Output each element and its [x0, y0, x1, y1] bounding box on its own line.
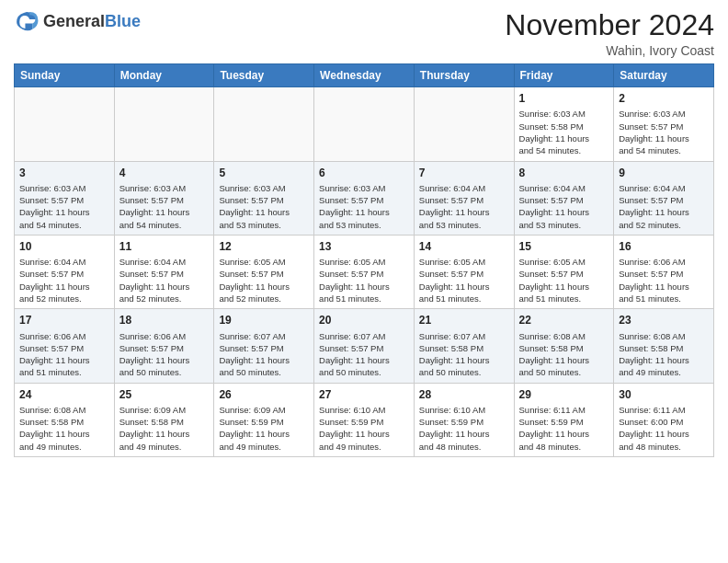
calendar-cell: 11Sunrise: 6:04 AM Sunset: 5:57 PM Dayli… [114, 235, 214, 308]
calendar-cell: 8Sunrise: 6:04 AM Sunset: 5:57 PM Daylig… [514, 161, 614, 235]
calendar-cell: 26Sunrise: 6:09 AM Sunset: 5:59 PM Dayli… [214, 383, 314, 456]
day-info: Sunrise: 6:10 AM Sunset: 5:59 PM Dayligh… [419, 404, 509, 453]
day-number: 19 [219, 313, 309, 327]
day-number: 18 [119, 313, 210, 327]
day-number: 21 [419, 313, 509, 327]
day-number: 9 [619, 166, 709, 180]
calendar-cell: 24Sunrise: 6:08 AM Sunset: 5:58 PM Dayli… [15, 383, 115, 456]
day-number: 30 [619, 387, 709, 402]
day-number: 6 [319, 166, 409, 180]
day-number: 17 [19, 313, 109, 327]
page: GeneralBlue November 2024 Wahin, Ivory C… [0, 0, 728, 471]
calendar-cell: 10Sunrise: 6:04 AM Sunset: 5:57 PM Dayli… [15, 235, 115, 308]
day-info: Sunrise: 6:04 AM Sunset: 5:57 PM Dayligh… [19, 256, 109, 304]
day-number: 11 [119, 239, 210, 254]
calendar-cell: 3Sunrise: 6:03 AM Sunset: 5:57 PM Daylig… [15, 161, 115, 235]
day-info: Sunrise: 6:04 AM Sunset: 5:57 PM Dayligh… [619, 182, 709, 231]
calendar-cell: 1Sunrise: 6:03 AM Sunset: 5:58 PM Daylig… [514, 87, 614, 161]
day-info: Sunrise: 6:05 AM Sunset: 5:57 PM Dayligh… [219, 256, 309, 304]
calendar-cell: 28Sunrise: 6:10 AM Sunset: 5:59 PM Dayli… [414, 383, 514, 456]
day-number: 14 [419, 239, 509, 254]
day-number: 26 [219, 387, 309, 402]
day-info: Sunrise: 6:06 AM Sunset: 5:57 PM Dayligh… [19, 330, 109, 379]
calendar-row-1: 1Sunrise: 6:03 AM Sunset: 5:58 PM Daylig… [15, 87, 714, 161]
day-info: Sunrise: 6:10 AM Sunset: 5:59 PM Dayligh… [319, 404, 409, 453]
day-number: 15 [519, 239, 609, 254]
header-monday: Monday [114, 64, 214, 87]
day-number: 1 [519, 91, 609, 106]
header: GeneralBlue November 2024 Wahin, Ivory C… [14, 9, 714, 58]
calendar-cell: 16Sunrise: 6:06 AM Sunset: 5:57 PM Dayli… [614, 235, 714, 308]
day-info: Sunrise: 6:08 AM Sunset: 5:58 PM Dayligh… [519, 330, 609, 379]
header-tuesday: Tuesday [214, 64, 314, 87]
day-number: 16 [619, 239, 709, 254]
calendar-cell [414, 87, 514, 161]
day-info: Sunrise: 6:03 AM Sunset: 5:57 PM Dayligh… [219, 182, 309, 231]
logo-blue: Blue [105, 12, 141, 30]
calendar-cell: 25Sunrise: 6:09 AM Sunset: 5:58 PM Dayli… [114, 383, 214, 456]
calendar-cell: 27Sunrise: 6:10 AM Sunset: 5:59 PM Dayli… [314, 383, 415, 456]
calendar-cell: 4Sunrise: 6:03 AM Sunset: 5:57 PM Daylig… [114, 161, 214, 235]
header-saturday: Saturday [614, 64, 714, 87]
day-info: Sunrise: 6:11 AM Sunset: 5:59 PM Dayligh… [519, 404, 609, 453]
day-info: Sunrise: 6:11 AM Sunset: 6:00 PM Dayligh… [619, 404, 709, 453]
day-info: Sunrise: 6:09 AM Sunset: 5:58 PM Dayligh… [119, 404, 210, 453]
day-number: 7 [419, 166, 509, 180]
day-info: Sunrise: 6:03 AM Sunset: 5:57 PM Dayligh… [119, 182, 210, 231]
day-info: Sunrise: 6:03 AM Sunset: 5:57 PM Dayligh… [19, 182, 109, 231]
day-number: 20 [319, 313, 409, 327]
day-number: 12 [219, 239, 309, 254]
day-info: Sunrise: 6:06 AM Sunset: 5:57 PM Dayligh… [119, 330, 210, 379]
header-friday: Friday [514, 64, 614, 87]
calendar-cell: 15Sunrise: 6:05 AM Sunset: 5:57 PM Dayli… [514, 235, 614, 308]
day-number: 27 [319, 387, 409, 402]
calendar-cell: 12Sunrise: 6:05 AM Sunset: 5:57 PM Dayli… [214, 235, 314, 308]
calendar-cell: 29Sunrise: 6:11 AM Sunset: 5:59 PM Dayli… [514, 383, 614, 456]
calendar-cell: 23Sunrise: 6:08 AM Sunset: 5:58 PM Dayli… [614, 309, 714, 383]
day-number: 3 [19, 166, 109, 180]
month-title: November 2024 [505, 9, 714, 41]
day-info: Sunrise: 6:07 AM Sunset: 5:57 PM Dayligh… [219, 330, 309, 379]
day-info: Sunrise: 6:08 AM Sunset: 5:58 PM Dayligh… [19, 404, 109, 453]
day-number: 8 [519, 166, 609, 180]
logo-text: GeneralBlue [43, 13, 141, 31]
day-number: 2 [619, 91, 709, 106]
day-info: Sunrise: 6:03 AM Sunset: 5:58 PM Dayligh… [519, 108, 609, 156]
day-number: 4 [119, 166, 210, 180]
day-info: Sunrise: 6:05 AM Sunset: 5:57 PM Dayligh… [519, 256, 609, 304]
calendar-row-4: 17Sunrise: 6:06 AM Sunset: 5:57 PM Dayli… [15, 309, 714, 383]
calendar-cell: 9Sunrise: 6:04 AM Sunset: 5:57 PM Daylig… [614, 161, 714, 235]
location: Wahin, Ivory Coast [505, 43, 714, 58]
day-info: Sunrise: 6:08 AM Sunset: 5:58 PM Dayligh… [619, 330, 709, 379]
calendar-row-5: 24Sunrise: 6:08 AM Sunset: 5:58 PM Dayli… [15, 383, 714, 456]
day-info: Sunrise: 6:07 AM Sunset: 5:58 PM Dayligh… [419, 330, 509, 379]
day-number: 22 [519, 313, 609, 327]
day-number: 10 [19, 239, 109, 254]
day-number: 29 [519, 387, 609, 402]
calendar-cell: 30Sunrise: 6:11 AM Sunset: 6:00 PM Dayli… [614, 383, 714, 456]
day-number: 5 [219, 166, 309, 180]
calendar-cell [114, 87, 214, 161]
calendar-cell [15, 87, 115, 161]
header-wednesday: Wednesday [314, 64, 415, 87]
calendar-cell: 21Sunrise: 6:07 AM Sunset: 5:58 PM Dayli… [414, 309, 514, 383]
day-info: Sunrise: 6:05 AM Sunset: 5:57 PM Dayligh… [419, 256, 509, 304]
logo: GeneralBlue [14, 9, 141, 35]
logo-general: General [43, 12, 105, 30]
calendar-cell: 5Sunrise: 6:03 AM Sunset: 5:57 PM Daylig… [214, 161, 314, 235]
calendar-cell [314, 87, 415, 161]
calendar-cell: 6Sunrise: 6:03 AM Sunset: 5:57 PM Daylig… [314, 161, 415, 235]
calendar-cell: 17Sunrise: 6:06 AM Sunset: 5:57 PM Dayli… [15, 309, 115, 383]
calendar-cell: 20Sunrise: 6:07 AM Sunset: 5:57 PM Dayli… [314, 309, 415, 383]
calendar-row-2: 3Sunrise: 6:03 AM Sunset: 5:57 PM Daylig… [15, 161, 714, 235]
day-info: Sunrise: 6:03 AM Sunset: 5:57 PM Dayligh… [319, 182, 409, 231]
calendar-cell: 2Sunrise: 6:03 AM Sunset: 5:57 PM Daylig… [614, 87, 714, 161]
day-info: Sunrise: 6:06 AM Sunset: 5:57 PM Dayligh… [619, 256, 709, 304]
day-info: Sunrise: 6:04 AM Sunset: 5:57 PM Dayligh… [419, 182, 509, 231]
day-number: 13 [319, 239, 409, 254]
title-block: November 2024 Wahin, Ivory Coast [505, 9, 714, 58]
day-info: Sunrise: 6:09 AM Sunset: 5:59 PM Dayligh… [219, 404, 309, 453]
header-thursday: Thursday [414, 64, 514, 87]
day-info: Sunrise: 6:04 AM Sunset: 5:57 PM Dayligh… [119, 256, 210, 304]
header-sunday: Sunday [15, 64, 115, 87]
